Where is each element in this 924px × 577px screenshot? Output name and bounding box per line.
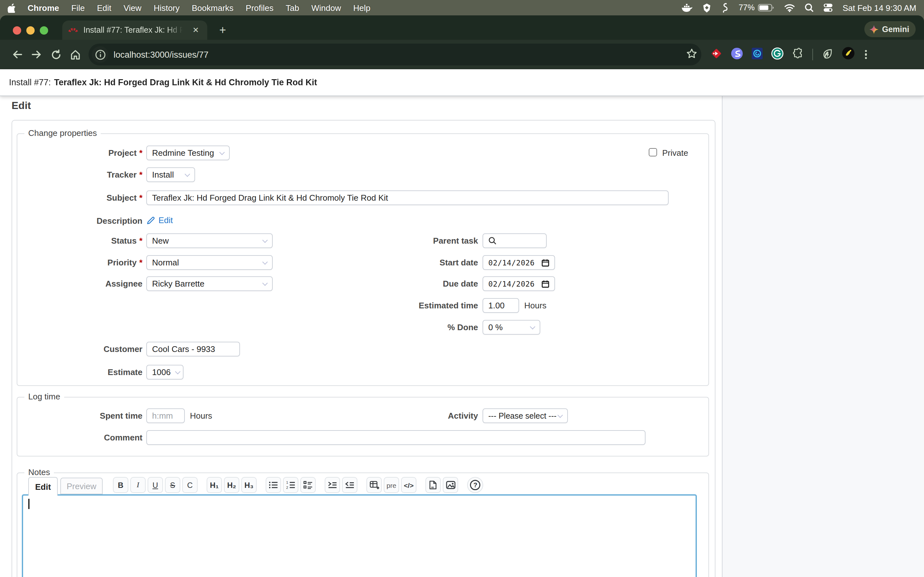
task-list-button[interactable] (300, 477, 316, 493)
private-checkbox[interactable] (649, 148, 657, 156)
strikethrough-button[interactable]: S (165, 477, 180, 493)
wifi-icon[interactable] (784, 3, 795, 12)
estimated-time-unit: Hours (524, 298, 546, 313)
address-bar[interactable]: localhost:3000/issues/77 (89, 44, 701, 65)
reload-button[interactable] (46, 45, 65, 64)
control-center-icon[interactable] (823, 3, 833, 12)
gemini-button[interactable]: Gemini (864, 21, 916, 37)
new-tab-button[interactable]: + (216, 23, 230, 37)
browser-menu-icon[interactable] (863, 50, 869, 59)
back-button[interactable] (8, 45, 27, 64)
menu-tab[interactable]: Tab (286, 3, 299, 13)
extensions-puzzle-icon[interactable] (792, 47, 804, 62)
private-label: Private (662, 145, 688, 160)
bold-button[interactable]: B (113, 477, 128, 493)
home-button[interactable] (65, 45, 85, 64)
battery-indicator[interactable]: 77% (738, 3, 774, 12)
blockquote-button[interactable] (325, 477, 340, 493)
start-date-input[interactable]: 02/14/2026 (483, 255, 555, 270)
menu-window[interactable]: Window (312, 3, 341, 13)
menu-chrome[interactable]: Chrome (27, 3, 59, 13)
chevron-down-icon (262, 259, 268, 264)
browser-window: Install #77: Teraflex Jk: Hd For ✕ + Gem… (0, 15, 924, 577)
change-properties-legend: Change properties (24, 128, 101, 138)
grammarly-icon[interactable] (771, 47, 783, 62)
estimated-time-input[interactable] (483, 298, 519, 313)
unquote-button[interactable] (342, 477, 357, 493)
extension-lock-icon[interactable] (751, 47, 763, 62)
estimate-select[interactable]: 1006 (146, 365, 184, 380)
inline-code-button[interactable]: C (182, 477, 198, 493)
issue-title: Teraflex Jk: Hd Forged Drag Link Kit & H… (54, 77, 317, 87)
estimate-label: Estimate (26, 365, 142, 380)
status-label: Status* (26, 234, 142, 248)
browser-tab[interactable]: Install #77: Teraflex Jk: Hd For ✕ (62, 21, 207, 40)
notes-tab-edit[interactable]: Edit (28, 477, 58, 496)
shield-icon[interactable] (702, 3, 712, 13)
window-zoom-button[interactable] (40, 26, 48, 35)
site-info-icon[interactable] (92, 46, 108, 63)
percent-done-select[interactable]: 0 % (483, 320, 540, 335)
due-date-input[interactable]: 02/14/2026 (483, 276, 555, 291)
log-time-legend: Log time (24, 392, 64, 401)
extensions-row (710, 47, 869, 62)
macos-menubar: Chrome File Edit View History Bookmarks … (0, 0, 924, 15)
activity-select[interactable]: --- Please select --- (483, 408, 568, 423)
menu-view[interactable]: View (124, 3, 142, 13)
menu-bookmarks[interactable]: Bookmarks (192, 3, 234, 13)
description-edit-link[interactable]: Edit (146, 215, 173, 225)
notes-tab-preview[interactable]: Preview (60, 478, 103, 494)
project-select[interactable]: Redmine Testing (146, 145, 230, 160)
bullet-list-button[interactable] (266, 477, 281, 493)
sidebar (722, 96, 924, 577)
subject-input[interactable] (146, 190, 669, 205)
italic-button[interactable]: I (130, 477, 145, 493)
forward-button[interactable] (27, 45, 46, 64)
docker-icon[interactable] (681, 3, 692, 12)
status-select[interactable]: New (146, 234, 273, 248)
extension-purple-icon[interactable] (731, 47, 743, 62)
help-button[interactable]: ? (467, 477, 483, 493)
chevron-down-icon (557, 412, 563, 418)
table-button[interactable] (367, 477, 382, 493)
activity-label: Activity (347, 408, 478, 423)
notes-textarea[interactable] (22, 494, 697, 577)
menu-profiles[interactable]: Profiles (246, 3, 274, 13)
menu-history[interactable]: History (153, 3, 180, 13)
window-minimize-button[interactable] (26, 26, 35, 35)
customer-input[interactable] (146, 342, 240, 356)
menubar-clock[interactable]: Sat Feb 14 9:30 AM (843, 3, 916, 13)
priority-select[interactable]: Normal (146, 255, 273, 270)
tracker-select[interactable]: Install (146, 167, 195, 182)
bookmark-star-icon[interactable] (686, 48, 698, 61)
code-block-button[interactable]: </> (401, 477, 417, 493)
menu-help[interactable]: Help (353, 3, 371, 13)
spotlight-search-icon[interactable] (804, 3, 814, 12)
chevron-down-icon (185, 171, 190, 177)
parent-task-input[interactable] (483, 234, 547, 248)
notes-legend: Notes (24, 467, 54, 477)
heading3-button[interactable]: H₃ (241, 477, 257, 493)
image-button[interactable] (443, 477, 458, 493)
comment-input[interactable] (146, 430, 646, 445)
menu-file[interactable]: File (71, 3, 85, 13)
profile-avatar[interactable] (842, 47, 855, 62)
subject-label: Subject* (26, 190, 142, 205)
heading1-button[interactable]: H₁ (207, 477, 222, 493)
priority-label: Priority* (26, 255, 142, 270)
preformatted-button[interactable]: pre (384, 477, 399, 493)
heading2-button[interactable]: H₂ (224, 477, 239, 493)
underline-button[interactable]: U (148, 477, 163, 493)
menu-edit[interactable]: Edit (97, 3, 111, 13)
extension-red-icon[interactable] (710, 47, 722, 62)
assignee-select[interactable]: Ricky Barrette (146, 276, 273, 291)
tab-title: Install #77: Teraflex Jk: Hd For (83, 26, 185, 35)
apple-menu-icon[interactable] (8, 3, 16, 13)
tab-close-icon[interactable]: ✕ (190, 24, 202, 36)
performance-leaf-icon[interactable] (821, 47, 834, 62)
window-close-button[interactable] (13, 26, 21, 35)
spent-time-input[interactable] (146, 408, 185, 423)
numbered-list-button[interactable]: 12 (283, 477, 298, 493)
wiki-link-button[interactable]: ∞ (425, 477, 441, 493)
dragon-icon[interactable] (721, 3, 729, 13)
